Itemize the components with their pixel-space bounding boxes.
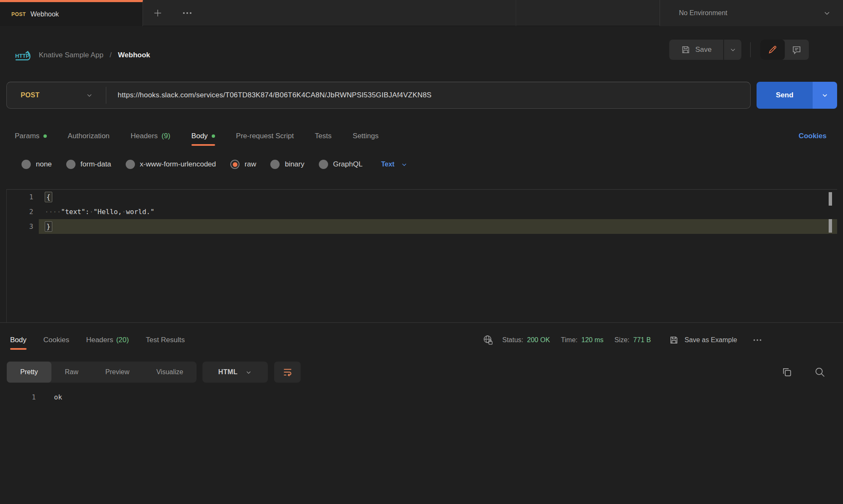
response-tab-body[interactable]: Body	[10, 330, 27, 350]
radio-selected-icon	[230, 160, 240, 169]
status-label: Status:	[502, 336, 523, 344]
tabbar-separator	[516, 0, 516, 26]
radio-unselected-icon	[319, 160, 328, 169]
request-tabs: Params Authorization Headers (9) Body Pr…	[15, 126, 379, 146]
tab-settings-label: Settings	[353, 132, 378, 140]
response-tab-cookies[interactable]: Cookies	[43, 330, 69, 350]
body-type-graphql-label: GraphQL	[333, 160, 363, 169]
raw-format-label: Text	[381, 161, 395, 168]
response-tabs: Body Cookies Headers (20) Test Results	[10, 330, 185, 350]
body-type-urlencoded[interactable]: x-www-form-urlencoded	[126, 160, 216, 169]
editor-line: 1 {	[7, 190, 837, 204]
cookies-link[interactable]: Cookies	[799, 126, 827, 146]
network-globe-lock-icon[interactable]	[482, 334, 494, 346]
line-number: 1	[7, 193, 33, 201]
response-tab-headers-label: Headers	[86, 336, 113, 344]
response-headers-count-badge: (20)	[116, 336, 129, 344]
breadcrumb-request-name[interactable]: Webhook	[118, 51, 150, 59]
save-as-example-button[interactable]: Save as Example	[669, 335, 737, 345]
response-actions	[781, 362, 826, 383]
view-pretty-button[interactable]: Pretty	[7, 362, 51, 383]
overview-ruler-mark	[829, 219, 832, 233]
search-button[interactable]	[814, 366, 826, 378]
breadcrumb-separator: /	[110, 51, 112, 59]
response-options-button[interactable]	[752, 335, 762, 345]
response-tab-test-results[interactable]: Test Results	[146, 330, 185, 350]
line-number: 3	[7, 223, 33, 231]
body-type-form-data[interactable]: form-data	[66, 160, 111, 169]
code-token: "text":	[61, 208, 89, 216]
code-text: }	[33, 223, 52, 231]
method-label: POST	[7, 91, 40, 99]
body-type-none[interactable]: none	[22, 160, 52, 169]
body-type-graphql[interactable]: GraphQL	[319, 160, 363, 169]
view-raw-button[interactable]: Raw	[51, 362, 92, 383]
active-request-tab[interactable]: POST Webhook	[0, 0, 143, 26]
view-preview-button[interactable]: Preview	[92, 362, 143, 383]
line-number: 1	[6, 393, 36, 401]
send-options-button[interactable]	[813, 82, 837, 109]
chevron-down-icon	[821, 91, 829, 99]
save-options-button[interactable]	[724, 40, 741, 60]
request-response-divider	[0, 322, 843, 323]
search-icon	[814, 366, 826, 378]
request-body-editor[interactable]: 1 { 2 ····"text":·"Hello,·world." 3 }	[6, 189, 837, 322]
body-type-urlencoded-label: x-www-form-urlencoded	[140, 160, 216, 169]
comments-button[interactable]	[785, 40, 809, 60]
tab-body[interactable]: Body	[191, 126, 215, 146]
environment-selector[interactable]: No Environment	[660, 0, 843, 26]
tab-params[interactable]: Params	[15, 126, 47, 146]
request-url-bar: POST https://hooks.slack.com/services/T0…	[6, 82, 751, 109]
tab-headers[interactable]: Headers (9)	[131, 126, 170, 146]
wrap-lines-button[interactable]	[274, 362, 301, 383]
raw-format-dropdown[interactable]: Text	[381, 161, 408, 168]
body-type-binary-label: binary	[285, 160, 304, 169]
request-side-toggle-group	[760, 40, 809, 60]
response-view-toolbar: Pretty Raw Preview Visualize HTML	[7, 362, 301, 383]
tab-params-label: Params	[15, 132, 40, 140]
response-tab-headers[interactable]: Headers (20)	[86, 330, 129, 350]
code-text: ····"text":·"Hello,·world."	[33, 208, 154, 216]
time-value[interactable]: 120 ms	[581, 336, 603, 344]
breadcrumb: HTTP Knative Sample App / Webhook	[15, 46, 150, 65]
code-token: "Hello,	[94, 208, 122, 216]
radio-unselected-icon	[22, 160, 31, 169]
send-button[interactable]: Send	[757, 82, 813, 109]
copy-icon	[781, 366, 793, 378]
edit-request-button[interactable]	[760, 40, 785, 60]
more-horizontal-icon	[752, 335, 762, 345]
url-input[interactable]: https://hooks.slack.com/services/T06TD83…	[106, 91, 431, 99]
method-dropdown[interactable]: POST	[7, 91, 106, 99]
view-visualize-button[interactable]: Visualize	[143, 362, 197, 383]
save-button[interactable]: Save	[669, 40, 723, 60]
new-tab-button[interactable]	[148, 0, 167, 26]
status-value[interactable]: 200 OK	[527, 336, 550, 344]
response-body-text[interactable]: ok	[36, 393, 62, 401]
copy-button[interactable]	[781, 366, 793, 378]
body-type-form-data-label: form-data	[81, 160, 111, 169]
tab-pre-request-label: Pre-request Script	[236, 132, 294, 140]
save-button-label: Save	[695, 46, 712, 54]
http-request-icon: HTTP	[15, 48, 32, 62]
tab-authorization[interactable]: Authorization	[68, 126, 110, 146]
response-format-dropdown[interactable]: HTML	[202, 362, 268, 383]
chevron-down-icon	[823, 9, 831, 17]
svg-text:HTTP: HTTP	[15, 53, 30, 59]
tab-settings[interactable]: Settings	[353, 126, 378, 146]
pencil-icon	[768, 45, 778, 55]
header-divider	[750, 42, 751, 57]
size-value[interactable]: 771 B	[633, 336, 651, 344]
plus-icon	[153, 8, 163, 18]
tab-tests[interactable]: Tests	[315, 126, 332, 146]
breadcrumb-collection[interactable]: Knative Sample App	[39, 51, 103, 59]
tab-authorization-label: Authorization	[68, 132, 110, 140]
save-as-example-label: Save as Example	[684, 336, 737, 344]
body-type-raw[interactable]: raw	[230, 160, 256, 169]
editor-line: 2 ····"text":·"Hello,·world."	[7, 204, 837, 219]
radio-unselected-icon	[66, 160, 75, 169]
tab-pre-request-script[interactable]: Pre-request Script	[236, 126, 294, 146]
tab-options-button[interactable]	[178, 0, 197, 26]
body-type-binary[interactable]: binary	[270, 160, 304, 169]
chevron-down-icon	[401, 161, 408, 168]
tab-title: Webhook	[30, 11, 59, 18]
